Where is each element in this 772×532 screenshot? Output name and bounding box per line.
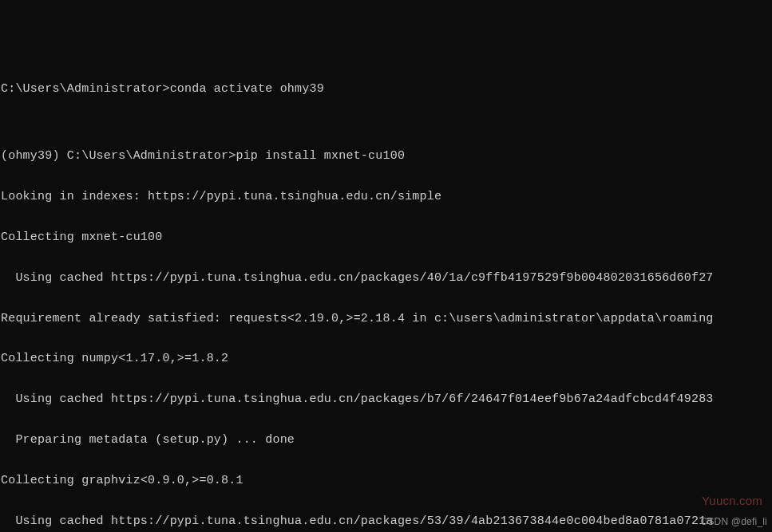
terminal-line: Using cached https://pypi.tuna.tsinghua.… <box>1 393 771 407</box>
terminal-line: Collecting graphviz<0.9.0,>=0.8.1 <box>1 475 771 488</box>
terminal-line: Preparing metadata (setup.py) ... done <box>1 434 771 447</box>
terminal-line: Using cached https://pypi.tuna.tsinghua.… <box>1 272 771 286</box>
terminal-output[interactable]: C:\Users\Administrator>conda activate oh… <box>0 54 772 532</box>
attribution-text: CSDN @defi_li <box>701 517 767 528</box>
terminal-line: C:\Users\Administrator>conda activate oh… <box>1 83 771 97</box>
terminal-line: Collecting mxnet-cu100 <box>1 231 771 245</box>
watermark-text: Yuucn.com <box>702 495 762 508</box>
terminal-line: (ohmy39) C:\Users\Administrator>pip inst… <box>1 150 771 164</box>
terminal-line: Requirement already satisfied: requests<… <box>1 313 771 326</box>
terminal-line: Looking in indexes: https://pypi.tuna.ts… <box>1 191 771 204</box>
terminal-line: Using cached https://pypi.tuna.tsinghua.… <box>1 515 771 529</box>
terminal-line: Collecting numpy<1.17.0,>=1.8.2 <box>1 353 771 366</box>
